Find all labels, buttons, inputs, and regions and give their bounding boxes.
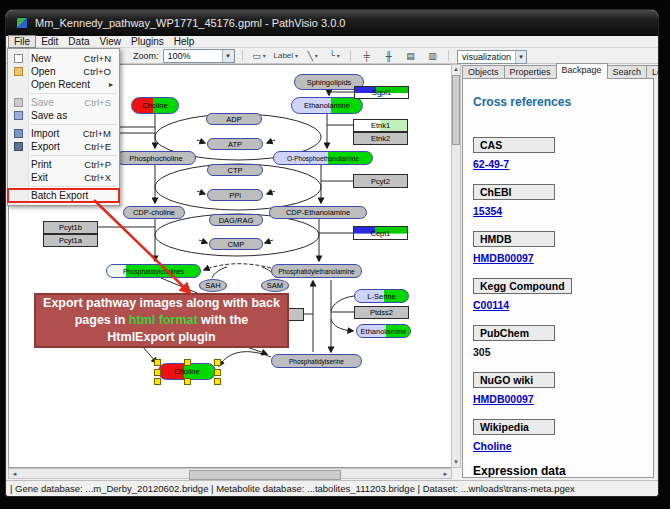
canvas-horizontal-scrollbar[interactable]: ◄ ►: [8, 468, 452, 479]
node-pcyt1a[interactable]: Pcyt1a: [43, 234, 98, 247]
xref-link[interactable]: Choline: [473, 440, 512, 452]
tab-search[interactable]: Search: [607, 65, 648, 79]
selection-handle[interactable]: [154, 359, 161, 366]
chevron-down-icon[interactable]: ▾: [515, 51, 526, 63]
tab-legend[interactable]: Legend: [646, 65, 658, 79]
distribute-vertical-icon[interactable]: ▤: [401, 48, 420, 63]
node-ppi[interactable]: PPi: [207, 189, 263, 201]
tab-backpage[interactable]: Backpage: [556, 63, 608, 79]
selection-handle[interactable]: [154, 369, 161, 376]
selection-handle[interactable]: [214, 369, 221, 376]
file-menu-item-batch-export[interactable]: Batch Export: [8, 189, 119, 202]
label-combobox[interactable]: Label: [272, 48, 301, 63]
xref-section-chebi: ChEBI15354: [473, 182, 653, 217]
node-phosphatidylcholines[interactable]: Phosphatidylcholines: [106, 264, 201, 278]
file-menu-item-label: Export: [28, 141, 84, 152]
file-menu-item-import[interactable]: ImportCtrl+M: [8, 127, 119, 140]
tab-objects[interactable]: Objects: [462, 65, 505, 79]
menu-separator: [30, 124, 117, 125]
menubar-item-view[interactable]: View: [94, 36, 126, 47]
align-vertical-center-icon[interactable]: ╪: [357, 48, 376, 63]
selection-handle[interactable]: [214, 359, 221, 366]
align-horizontal-center-icon[interactable]: ╫: [379, 48, 398, 63]
node-choline[interactable]: Choline: [131, 97, 179, 114]
menubar-item-help[interactable]: Help: [169, 36, 200, 47]
xref-link[interactable]: HMDB00097: [473, 393, 534, 405]
callout-annotation: Export pathway images along with back pa…: [34, 293, 289, 348]
scroll-up-icon[interactable]: ▲: [453, 65, 459, 74]
callout-line1: Export pathway images along with back: [43, 296, 280, 310]
node-l-serine[interactable]: L-Serine: [354, 289, 409, 303]
scroll-left-icon[interactable]: ◄: [9, 471, 20, 477]
node-pcyt2[interactable]: Pcyt2: [353, 174, 408, 188]
node-ptdss2[interactable]: Ptdss2: [354, 306, 409, 319]
file-menu-item-open-recent[interactable]: Open Recent▸: [8, 78, 119, 91]
graphics-combobox[interactable]: ▭: [250, 48, 269, 63]
selection-handle[interactable]: [154, 378, 161, 385]
node-phosphatidylethanolamine[interactable]: Phosphatidylethanolamine: [271, 264, 362, 278]
file-menu-item-save-as[interactable]: Save as: [8, 109, 119, 122]
node-sam[interactable]: SAM: [261, 279, 289, 292]
xref-source-box: HMDB: [473, 231, 555, 247]
node-pcyt1b[interactable]: Pcyt1b: [43, 221, 98, 234]
scroll-down-icon[interactable]: ▼: [453, 458, 459, 467]
node-cept1[interactable]: Cept1: [353, 226, 408, 240]
distribute-horizontal-icon[interactable]: ▥: [423, 48, 442, 63]
title-bar[interactable]: Mm_Kennedy_pathway_WP1771_45176.gpml - P…: [6, 10, 658, 36]
scrollbar-thumb[interactable]: [452, 75, 460, 145]
file-menu-item-new[interactable]: NewCtrl+N: [8, 52, 119, 65]
open-folder-icon: [14, 67, 23, 76]
node-adp[interactable]: ADP: [206, 113, 262, 125]
menu-shortcut: Ctrl+E: [84, 141, 115, 152]
node-sgpl1[interactable]: Sgpl1: [354, 86, 409, 99]
node-phosphocholine[interactable]: Phosphocholine: [116, 151, 196, 165]
menubar-item-file[interactable]: File: [8, 35, 36, 48]
file-menu-item-label: Save as: [28, 110, 115, 121]
node-dag-rag[interactable]: DAG/RAG: [209, 214, 263, 226]
node-o-phosphoethanolamine[interactable]: O-Phosphoethanolamine: [273, 151, 373, 165]
selection-handle[interactable]: [214, 378, 221, 385]
menu-shortcut: Ctrl+S: [84, 97, 115, 108]
canvas-vertical-scrollbar[interactable]: ▲ ▼: [451, 64, 461, 468]
menubar-item-data[interactable]: Data: [63, 36, 94, 47]
line-combobox[interactable]: ╲: [303, 48, 322, 63]
node-cdp-ethanolamine[interactable]: CDP-Ethanolamine: [269, 206, 367, 219]
node-etnk1[interactable]: Etnk1: [353, 119, 408, 132]
xref-link[interactable]: 15354: [473, 205, 502, 217]
file-menu-item-open[interactable]: OpenCtrl+O: [8, 65, 119, 78]
selection-handle[interactable]: [184, 359, 191, 366]
node-sah[interactable]: SAH: [199, 279, 227, 292]
file-menu-item-exit[interactable]: ExitCtrl+X: [8, 171, 119, 184]
node-ethanolamine[interactable]: Ethanolamine: [291, 97, 363, 114]
node-cdp-choline[interactable]: CDP-choline: [123, 206, 185, 219]
menu-separator: [30, 93, 117, 94]
xref-link[interactable]: HMDB00097: [473, 252, 534, 264]
chevron-down-icon[interactable]: ▾: [222, 50, 234, 62]
node-phosphatidylserine[interactable]: Phosphatidylserine: [271, 354, 362, 368]
xref-link[interactable]: 62-49-7: [473, 158, 509, 170]
selection-handle[interactable]: [184, 378, 191, 385]
menu-separator: [30, 186, 117, 187]
node-etnk2[interactable]: Etnk2: [353, 132, 408, 145]
xref-link[interactable]: C00114: [473, 299, 509, 311]
scrollbar-thumb[interactable]: [189, 470, 341, 480]
file-menu-item-export[interactable]: ExportCtrl+E: [8, 140, 119, 153]
tab-properties[interactable]: Properties: [504, 65, 557, 79]
toolbar-separator: [242, 50, 243, 61]
xref-section-hmdb: HMDBHMDB00097: [473, 229, 653, 264]
xref-source-box: PubChem: [473, 325, 555, 341]
node-atp[interactable]: ATP: [207, 138, 263, 150]
menubar-item-plugins[interactable]: Plugins: [126, 36, 169, 47]
zoom-combobox[interactable]: 100% ▾: [163, 49, 235, 63]
node-cmp[interactable]: CMP: [209, 238, 263, 250]
file-menu-item-print[interactable]: PrintCtrl+P: [8, 158, 119, 171]
menubar-item-edit[interactable]: Edit: [36, 36, 63, 47]
zoom-label: Zoom:: [133, 51, 159, 61]
scroll-right-icon[interactable]: ►: [440, 471, 451, 477]
node-ethanolamine[interactable]: Ethanolamine: [356, 324, 411, 338]
xref-section-kegg-compound: Kegg CompoundC00114: [473, 276, 653, 311]
node-ctp[interactable]: CTP: [207, 164, 263, 176]
connector-combobox[interactable]: ╰: [325, 48, 344, 63]
file-menu-item-label: New: [28, 53, 84, 64]
visualization-combobox[interactable]: visualization ▾: [457, 50, 527, 64]
